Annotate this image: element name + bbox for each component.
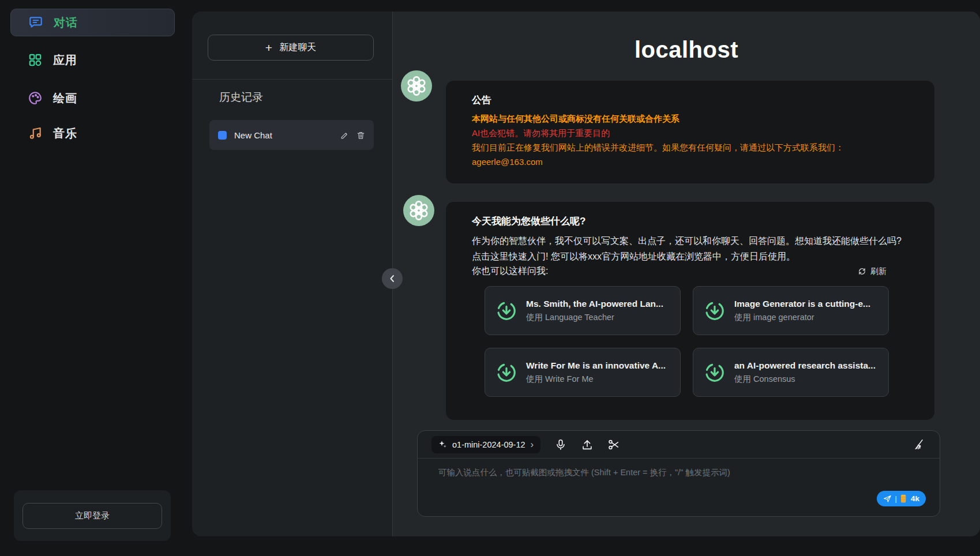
suggestion-title: an AI-powered research assista... bbox=[734, 360, 876, 371]
chat-item-actions bbox=[340, 131, 365, 140]
message-input[interactable] bbox=[418, 459, 940, 500]
assistant-avatar bbox=[403, 195, 434, 226]
composer-toolbar: o1-mini-2024-09-12 › bbox=[418, 431, 940, 459]
delete-trash-icon[interactable] bbox=[356, 131, 365, 140]
announcement-line: AI也会犯错。请勿将其用于重要目的 bbox=[472, 126, 908, 140]
greeting-body: 作为你的智慧伙伴，我不仅可以写文案、出点子，还可以和你聊天、回答问题。想知道我还… bbox=[472, 233, 908, 264]
sidebar-item-chat[interactable]: 对话 bbox=[10, 9, 175, 36]
login-button[interactable]: 立即登录 bbox=[22, 503, 162, 529]
suggestion-card[interactable]: Write For Me is an innovative A... 使用 Wr… bbox=[485, 348, 681, 397]
announcement-line: 本网站与任何其他公司或商标没有任何关联或合作关系 bbox=[472, 111, 908, 126]
broom-clear-icon[interactable] bbox=[913, 438, 926, 451]
login-card: 立即登录 bbox=[14, 490, 171, 541]
refresh-label: 刷新 bbox=[870, 266, 887, 277]
refresh-icon bbox=[858, 267, 866, 276]
sidebar: 对话 应用 绘画 音乐 立即登录 bbox=[0, 0, 190, 556]
chevron-left-icon bbox=[388, 275, 396, 283]
chat-item-title: New Chat bbox=[234, 130, 333, 140]
apps-grid-icon bbox=[28, 52, 43, 67]
sidebar-item-label: 对话 bbox=[54, 15, 78, 31]
suggestion-title: Ms. Smith, the AI-powered Lan... bbox=[526, 299, 663, 309]
contact-email-link[interactable]: ageerle@163.com bbox=[472, 155, 908, 169]
model-name: o1-mini-2024-09-12 bbox=[452, 440, 525, 449]
page-title: localhost bbox=[393, 37, 980, 63]
composer-body: | 4k bbox=[418, 459, 940, 516]
suggestion-grid: Ms. Smith, the AI-powered Lan... 使用 Lang… bbox=[485, 286, 889, 397]
refresh-suggestions-button[interactable]: 刷新 bbox=[858, 266, 887, 277]
palette-icon bbox=[28, 91, 43, 106]
greeting-message: 今天我能为您做些什么呢? 作为你的智慧伙伴，我不仅可以写文案、出点子，还可以和你… bbox=[446, 202, 934, 420]
suggestion-title: Write For Me is an innovative A... bbox=[526, 360, 666, 371]
sidebar-item-label: 应用 bbox=[53, 52, 77, 68]
suggestion-subtitle: 使用 Write For Me bbox=[526, 374, 666, 385]
suggestion-subtitle: 使用 image generator bbox=[734, 312, 870, 323]
token-badge: 4k bbox=[911, 494, 919, 503]
new-chat-button[interactable]: + 新建聊天 bbox=[208, 35, 374, 61]
download-circle-icon bbox=[704, 300, 726, 322]
music-note-icon bbox=[28, 126, 43, 141]
announcement-line: 我们目前正在修复我们网站上的错误并改进细节。如果您有任何疑问，请通过以下方式联系… bbox=[472, 140, 908, 155]
sidebar-item-label: 音乐 bbox=[53, 126, 77, 141]
upload-icon[interactable] bbox=[581, 438, 594, 451]
chat-bubble-icon bbox=[28, 15, 43, 30]
send-divider: | bbox=[895, 494, 897, 503]
token-coin-icon bbox=[900, 494, 907, 503]
suggestion-subtitle: 使用 Consensus bbox=[734, 374, 876, 385]
suggestion-subtitle: 使用 Language Teacher bbox=[526, 312, 663, 323]
app-window: 对话 应用 绘画 音乐 立即登录 bbox=[0, 0, 980, 556]
history-divider bbox=[192, 79, 392, 80]
history-title: 历史记录 bbox=[219, 90, 263, 105]
plus-icon: + bbox=[265, 42, 272, 54]
sidebar-item-label: 绘画 bbox=[53, 91, 77, 106]
greeting-title: 今天我能为您做些什么呢? bbox=[472, 215, 908, 228]
send-button[interactable]: | 4k bbox=[877, 491, 926, 506]
announcement-title: 公告 bbox=[472, 93, 908, 107]
suggestion-card[interactable]: Image Generator is a cutting-e... 使用 ima… bbox=[693, 286, 889, 335]
send-plane-icon bbox=[883, 494, 892, 503]
download-circle-icon bbox=[495, 300, 517, 322]
composer: o1-mini-2024-09-12 › bbox=[417, 430, 940, 517]
suggestion-card[interactable]: Ms. Smith, the AI-powered Lan... 使用 Lang… bbox=[485, 286, 681, 335]
openai-logo-icon bbox=[407, 199, 430, 222]
sidebar-item-drawing[interactable]: 绘画 bbox=[10, 84, 175, 112]
microphone-icon[interactable] bbox=[554, 438, 567, 451]
history-panel: + 新建聊天 历史记录 New Chat bbox=[192, 12, 392, 536]
history-list-item[interactable]: New Chat bbox=[209, 120, 374, 150]
scissors-icon[interactable] bbox=[607, 438, 620, 451]
download-circle-icon bbox=[495, 362, 517, 384]
assistant-avatar bbox=[401, 70, 432, 102]
sidebar-item-apps[interactable]: 应用 bbox=[10, 46, 175, 74]
model-selector[interactable]: o1-mini-2024-09-12 › bbox=[431, 436, 540, 453]
ask-hint: 你也可以这样问我: bbox=[472, 265, 548, 277]
collapse-panel-button[interactable] bbox=[382, 268, 403, 289]
main-shell: + 新建聊天 历史记录 New Chat bbox=[192, 12, 980, 536]
chat-area: localhost 公告 本网站与任何其他公司或商标没有任何关联或合作关系 bbox=[392, 12, 980, 536]
sidebar-item-music[interactable]: 音乐 bbox=[10, 119, 175, 147]
announcement-message: 公告 本网站与任何其他公司或商标没有任何关联或合作关系 AI也会犯错。请勿将其用… bbox=[446, 81, 934, 183]
chat-color-swatch-icon bbox=[218, 131, 227, 140]
suggestion-card[interactable]: an AI-powered research assista... 使用 Con… bbox=[693, 348, 889, 397]
sparkle-icon bbox=[438, 440, 447, 449]
download-circle-icon bbox=[704, 362, 726, 384]
chevron-right-icon: › bbox=[531, 439, 534, 449]
edit-pencil-icon[interactable] bbox=[340, 131, 349, 140]
new-chat-label: 新建聊天 bbox=[279, 42, 316, 54]
suggestion-title: Image Generator is a cutting-e... bbox=[734, 299, 870, 309]
openai-logo-icon bbox=[405, 74, 428, 97]
